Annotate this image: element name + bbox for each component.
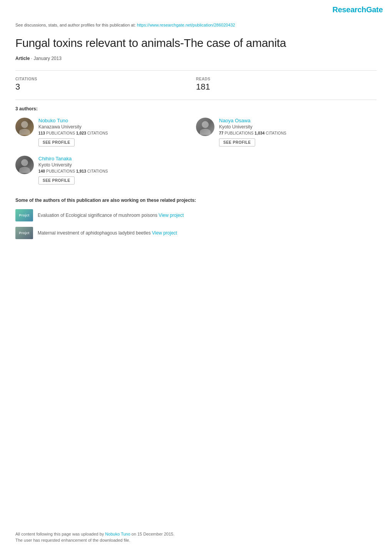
author-card-tanaka: Chihiro Tanaka Kyoto University 140 PUBL… [15, 156, 196, 185]
footer: All content following this page was uplo… [15, 532, 377, 542]
author-stats-tuno: 113 PUBLICATIONS 1,023 CITATIONS [38, 131, 196, 135]
author-institution-tuno: Kanazawa University [38, 124, 196, 130]
brand-name: ResearchGate [332, 5, 383, 14]
author-institution-osawa: Kyoto University [219, 124, 377, 130]
author-card-osawa: Naoya Osawa Kyoto University 77 PUBLICAT… [196, 118, 377, 146]
view-project-link-2[interactable]: View project [152, 230, 177, 236]
see-profile-button-tanaka[interactable]: SEE PROFILE [38, 176, 75, 185]
author-name-tuno[interactable]: Nobuko Tuno [38, 118, 196, 123]
article-meta: Article · January 2013 [15, 56, 377, 61]
avatar-body [200, 129, 211, 135]
avatar-head [21, 121, 28, 128]
paper-title: Fungal toxins relevant to animals-The ca… [15, 35, 377, 50]
publication-link[interactable]: https://www.researchgate.net/publication… [137, 23, 235, 27]
footer-upload-text: All content following this page was uplo… [15, 532, 377, 536]
authors-section: 3 authors: Nobuko Tuno Kanazawa Universi… [15, 106, 377, 194]
avatar-head [202, 121, 209, 128]
citations-label: CITATIONS [15, 77, 196, 81]
citations-value: 3 [15, 82, 196, 92]
author-info-osawa: Naoya Osawa Kyoto University 77 PUBLICAT… [219, 118, 377, 146]
project-item-1: Projct Evaluation of Ecological signific… [15, 209, 377, 221]
author-institution-tanaka: Kyoto University [38, 162, 196, 168]
related-projects-section: Some of the authors of this publication … [15, 198, 377, 239]
author-card-tuno: Nobuko Tuno Kanazawa University 113 PUBL… [15, 118, 196, 146]
avatar-body [19, 129, 30, 135]
author-name-tanaka[interactable]: Chihiro Tanaka [38, 156, 196, 161]
avatar-tanaka [15, 156, 34, 174]
top-bar: ResearchGate [0, 0, 392, 18]
related-projects-heading: Some of the authors of this publication … [15, 198, 377, 203]
avatar-head [21, 159, 28, 166]
reads-block: READS 181 [196, 77, 377, 92]
see-also-text: See discussions, stats, and author profi… [15, 22, 377, 28]
author-info-tanaka: Chihiro Tanaka Kyoto University 140 PUBL… [38, 156, 196, 185]
avatar-tuno [15, 118, 34, 136]
view-project-link-1[interactable]: View project [159, 213, 184, 218]
see-profile-button-tuno[interactable]: SEE PROFILE [38, 138, 75, 146]
main-content: See discussions, stats, and author profi… [0, 18, 392, 268]
avatar-osawa [196, 118, 214, 136]
author-name-osawa[interactable]: Naoya Osawa [219, 118, 377, 123]
author-stats-tanaka: 140 PUBLICATIONS 1,913 CITATIONS [38, 169, 196, 173]
project-thumbnail-1: Projct [15, 209, 33, 221]
footer-note: The user has requested enhancement of th… [15, 538, 377, 542]
reads-label: READS [196, 77, 377, 81]
project-text-1: Evaluation of Ecological significance of… [38, 213, 184, 218]
authors-heading: 3 authors: [15, 106, 377, 111]
avatar-body [19, 167, 30, 173]
authors-divider [15, 100, 377, 100]
author-stats-osawa: 77 PUBLICATIONS 1,034 CITATIONS [219, 131, 377, 135]
footer-uploader-link[interactable]: Nobuko Tuno [105, 532, 130, 536]
stats-divider [15, 70, 377, 71]
author-info-tuno: Nobuko Tuno Kanazawa University 113 PUBL… [38, 118, 196, 146]
see-profile-button-osawa[interactable]: SEE PROFILE [219, 138, 255, 146]
reads-value: 181 [196, 82, 377, 92]
stats-row: CITATIONS 3 READS 181 [15, 77, 377, 92]
authors-grid: Nobuko Tuno Kanazawa University 113 PUBL… [15, 118, 377, 194]
citations-block: CITATIONS 3 [15, 77, 196, 92]
project-text-2: Maternal investment of aphidophagous lad… [38, 230, 177, 236]
project-thumbnail-2: Projct [15, 227, 33, 239]
project-item-2: Projct Maternal investment of aphidophag… [15, 227, 377, 239]
